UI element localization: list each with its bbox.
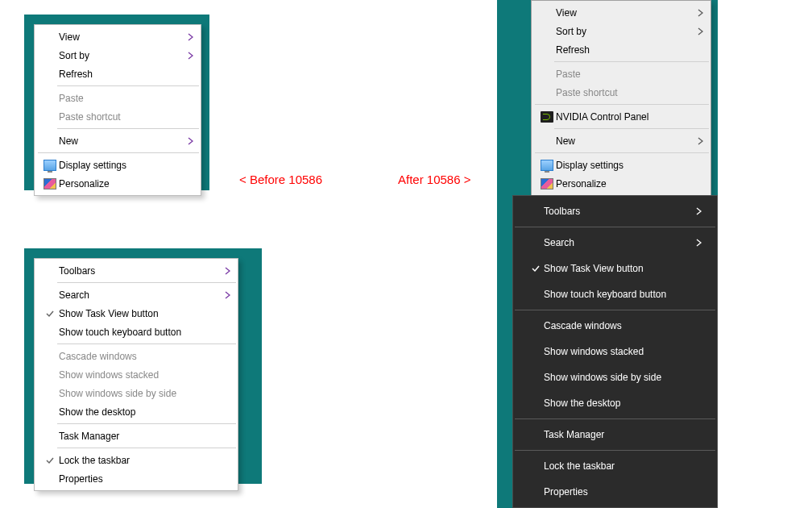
personalize-icon (538, 178, 556, 189)
menu-item-label: Paste (59, 93, 194, 104)
menu-item-search[interactable]: Search (515, 230, 715, 256)
menu-item-label: Search (59, 289, 218, 301)
menu-separator (57, 423, 236, 424)
menu-item-show-desktop[interactable]: Show the desktop (515, 390, 715, 416)
menu-item-show-task-view[interactable]: Show Task View button (515, 256, 715, 281)
menu-item-label: Personalize (556, 178, 704, 189)
menu-item-paste: Paste (36, 89, 199, 107)
monitor-icon (41, 160, 59, 171)
menu-item-label: Refresh (556, 44, 704, 56)
menu-item-label: Sort by (59, 50, 181, 61)
menu-item-properties[interactable]: Properties (515, 479, 715, 505)
taskbar-context-menu-after: Toolbars Search Show Task View button Sh… (512, 195, 718, 508)
menu-separator (57, 85, 199, 86)
menu-item-label: Personalize (59, 178, 194, 189)
menu-item-label: View (556, 7, 691, 19)
chevron-right-icon (691, 137, 704, 145)
chevron-right-icon (181, 137, 194, 145)
chevron-right-icon (690, 207, 702, 215)
menu-item-label: Show windows stacked (59, 369, 231, 381)
menu-item-label: Show touch keyboard button (59, 327, 231, 338)
menu-item-label: Show windows side by side (544, 372, 702, 383)
chevron-right-icon (181, 52, 194, 60)
menu-item-refresh[interactable]: Refresh (533, 40, 709, 59)
monitor-icon (538, 160, 556, 171)
menu-item-label: Show windows stacked (544, 346, 702, 357)
menu-item-properties[interactable]: Properties (36, 469, 236, 488)
menu-item-task-manager[interactable]: Task Manager (36, 427, 236, 445)
menu-item-label: New (556, 135, 691, 147)
menu-item-view[interactable]: View (533, 3, 709, 22)
taskbar-context-menu-before: Toolbars Search Show Task View button Sh… (34, 258, 238, 491)
menu-item-view[interactable]: View (36, 27, 199, 46)
menu-item-label: Refresh (59, 69, 194, 80)
menu-item-label: Show Task View button (59, 308, 231, 319)
menu-item-label: Toolbars (544, 206, 690, 217)
menu-item-personalize[interactable]: Personalize (36, 174, 199, 193)
personalize-icon (41, 178, 59, 189)
menu-item-stacked: Show windows stacked (36, 365, 236, 384)
menu-item-sort-by[interactable]: Sort by (36, 46, 199, 65)
menu-item-task-manager[interactable]: Task Manager (515, 422, 715, 448)
menu-item-cascade[interactable]: Cascade windows (515, 313, 715, 339)
menu-item-toolbars[interactable]: Toolbars (515, 198, 715, 224)
menu-item-label: Task Manager (544, 429, 702, 440)
menu-separator (554, 128, 709, 129)
menu-item-display-settings[interactable]: Display settings (533, 156, 709, 174)
chevron-right-icon (218, 267, 231, 275)
menu-item-refresh[interactable]: Refresh (36, 65, 199, 83)
menu-item-sort-by[interactable]: Sort by (533, 22, 709, 40)
menu-separator (57, 128, 199, 129)
menu-item-nvidia[interactable]: NVIDIA Control Panel (533, 107, 709, 126)
menu-item-personalize[interactable]: Personalize (533, 174, 709, 193)
menu-item-display-settings[interactable]: Display settings (36, 156, 199, 174)
menu-item-show-task-view[interactable]: Show Task View button (36, 304, 236, 323)
menu-item-label: Paste (556, 69, 704, 80)
menu-separator (515, 310, 715, 310)
menu-separator (535, 152, 709, 153)
menu-item-side-by-side: Show windows side by side (36, 384, 236, 402)
menu-item-toolbars[interactable]: Toolbars (36, 261, 236, 280)
menu-separator (554, 61, 709, 62)
menu-item-label: Show the desktop (59, 406, 231, 418)
menu-item-search[interactable]: Search (36, 285, 236, 304)
annotation-after: After 10586 > (398, 173, 470, 186)
menu-item-label: Properties (59, 473, 231, 485)
menu-separator (57, 282, 236, 283)
menu-item-label: Toolbars (59, 265, 218, 277)
menu-item-label: Paste shortcut (59, 111, 194, 123)
menu-item-cascade: Cascade windows (36, 347, 236, 365)
menu-item-label: New (59, 135, 181, 147)
menu-item-show-desktop[interactable]: Show the desktop (36, 402, 236, 421)
menu-item-new[interactable]: New (533, 131, 709, 150)
menu-item-label: Lock the taskbar (544, 460, 702, 472)
menu-item-show-touch-keyboard[interactable]: Show touch keyboard button (36, 323, 236, 341)
menu-item-new[interactable]: New (36, 131, 199, 150)
menu-item-label: Cascade windows (544, 320, 702, 331)
menu-item-label: NVIDIA Control Panel (556, 111, 704, 123)
nvidia-icon (538, 111, 556, 123)
menu-item-lock-taskbar[interactable]: Lock the taskbar (515, 453, 715, 479)
menu-item-label: View (59, 31, 181, 43)
menu-item-label: Paste shortcut (556, 87, 704, 98)
menu-item-stacked[interactable]: Show windows stacked (515, 339, 715, 364)
desktop-context-menu-after: View Sort by Refresh Paste Paste shortcu… (531, 0, 711, 196)
check-icon (528, 264, 544, 273)
menu-separator (515, 450, 715, 451)
menu-item-label: Show windows side by side (59, 388, 231, 399)
menu-item-paste-shortcut: Paste shortcut (36, 107, 199, 126)
annotation-before: < Before 10586 (239, 173, 322, 186)
menu-item-show-touch-keyboard[interactable]: Show touch keyboard button (515, 281, 715, 307)
menu-item-label: Cascade windows (59, 351, 231, 362)
menu-item-label: Show Task View button (544, 263, 702, 274)
menu-item-lock-taskbar[interactable]: Lock the taskbar (36, 451, 236, 469)
menu-item-label: Lock the taskbar (59, 455, 231, 466)
menu-item-label: Search (544, 237, 690, 248)
menu-item-side-by-side[interactable]: Show windows side by side (515, 364, 715, 390)
menu-item-label: Sort by (556, 26, 691, 37)
menu-item-label: Properties (544, 486, 702, 498)
menu-item-paste: Paste (533, 65, 709, 83)
menu-item-label: Task Manager (59, 431, 231, 442)
menu-separator (535, 104, 709, 105)
menu-item-label: Display settings (59, 160, 194, 171)
